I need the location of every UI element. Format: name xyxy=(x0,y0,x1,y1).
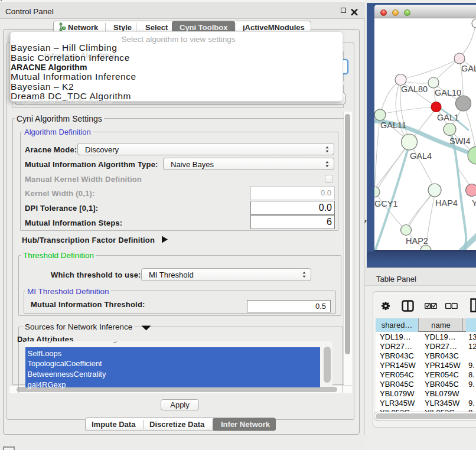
svg-text:GAL4: GAL4 xyxy=(410,151,432,161)
svg-text:GAL80: GAL80 xyxy=(401,84,428,94)
svg-text:GAL: GAL xyxy=(461,64,476,73)
svg-text:Y: Y xyxy=(472,198,476,208)
svg-text:HAP2: HAP2 xyxy=(406,236,428,246)
svg-text:GAL11: GAL11 xyxy=(380,120,406,130)
svg-text:SWI4: SWI4 xyxy=(449,136,470,146)
svg-text:GAL10: GAL10 xyxy=(435,88,461,97)
svg-text:GCY1: GCY1 xyxy=(374,199,398,208)
svg-text:HAP4: HAP4 xyxy=(435,198,458,208)
svg-text:GAL1: GAL1 xyxy=(437,113,459,122)
